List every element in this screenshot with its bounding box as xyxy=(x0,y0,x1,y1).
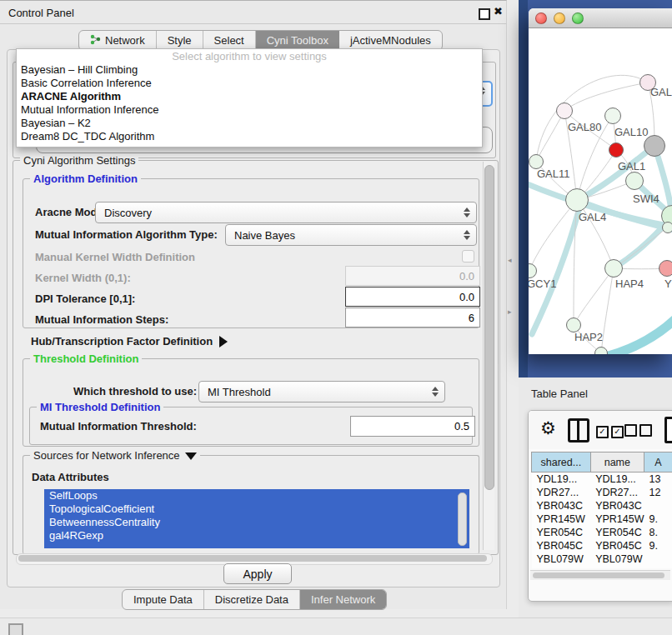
node-gal4[interactable] xyxy=(565,188,589,212)
tab-impute-data[interactable]: Impute Data xyxy=(123,590,204,609)
table-cell: 13 xyxy=(644,472,672,487)
gear-icon[interactable]: ⚙ xyxy=(540,418,556,438)
hub-definition-toggle[interactable]: Hub/Transcription Factor Definition xyxy=(31,335,228,348)
node-gal1[interactable] xyxy=(625,172,644,190)
kernel-width-value: 0.0 xyxy=(459,270,474,282)
control-panel-titlebar: Control Panel ✖ xyxy=(0,1,506,24)
tab-jactivemnodules[interactable]: jActiveMNodules xyxy=(339,31,442,50)
manual-kernel-checkbox[interactable] xyxy=(462,250,474,262)
settings-scrollbar[interactable] xyxy=(483,162,494,550)
splitter-grip[interactable]: ◂ xyxy=(508,257,513,263)
algorithm-option[interactable]: Bayesian – Hill Climbing xyxy=(17,63,482,77)
combo-spinner-icon xyxy=(429,387,440,397)
apply-button[interactable]: Apply xyxy=(223,563,292,584)
mi-steps-field[interactable]: 6 xyxy=(345,308,480,328)
mi-threshold-label: Mutual Information Threshold: xyxy=(40,420,197,432)
node-right-small[interactable] xyxy=(662,222,672,233)
table-cell: 8. xyxy=(644,526,672,539)
table-row[interactable]: YDL19...YDL19...13 xyxy=(532,472,672,487)
table-hscrollbar-thumb[interactable] xyxy=(533,572,664,578)
kernel-width-field[interactable]: 0.0 xyxy=(345,266,480,286)
table-panel: Table Panel ⚙ ✓✓ shared...nameA YDL19...… xyxy=(519,378,672,635)
mi-threshold-field[interactable]: 0.5 xyxy=(350,416,475,437)
node-label-gal: GAL xyxy=(650,86,672,98)
attributes-scrollbar-thumb[interactable] xyxy=(458,492,467,546)
node-salmon[interactable] xyxy=(659,260,672,277)
algorithm-dropdown-list: Bayesian – Hill ClimbingBasic Correlatio… xyxy=(17,63,482,143)
table-row[interactable]: YBR043CYBR043C xyxy=(532,499,672,512)
attribute-item[interactable]: SelfLoops xyxy=(44,489,469,502)
table-row[interactable]: YLR345WYLR345W9. xyxy=(532,566,672,568)
algorithm-option[interactable]: Basic Correlation Inference xyxy=(17,77,482,90)
table-row[interactable]: YBR045CYBR045C9. xyxy=(532,539,672,552)
attribute-item[interactable]: TopologicalCoefficient xyxy=(44,502,469,516)
mac-zoom-button[interactable] xyxy=(572,12,584,24)
tab-label: Cyni Toolbox xyxy=(267,34,328,47)
node-label-gal11: GAL11 xyxy=(537,168,570,180)
settings-hscrollbar-thumb[interactable] xyxy=(18,555,487,562)
kernel-width-label: Kernel Width (0,1): xyxy=(35,272,131,284)
node-label-y: Y xyxy=(664,278,672,290)
node-gal80[interactable] xyxy=(556,102,573,119)
table-cell: 9. xyxy=(644,512,672,526)
table-row[interactable]: YPR145WYPR145W9. xyxy=(532,512,672,526)
network-canvas[interactable]: GALGAL80GAL10GAL1GAL11SWI4GAL4GCY1HAP4YH… xyxy=(529,28,672,354)
mac-close-button[interactable] xyxy=(535,12,547,24)
column-header-A[interactable]: A xyxy=(644,452,672,472)
mi-type-combo[interactable]: Naive Bayes xyxy=(225,224,477,246)
which-threshold-value: MI Threshold xyxy=(199,386,429,398)
tab-label: Infer Network xyxy=(311,593,375,606)
table-scroll-area[interactable]: shared...nameA YDL19...YDL19...13YDR27..… xyxy=(531,452,672,568)
aracne-mode-combo[interactable]: Discovery xyxy=(95,202,477,223)
node-bottom[interactable] xyxy=(594,347,608,354)
close-icon[interactable]: ✖ xyxy=(494,5,503,18)
deselect-all-icon[interactable] xyxy=(624,424,654,439)
table-hscrollbar[interactable] xyxy=(530,570,670,580)
algorithm-option[interactable]: ARACNE Algorithm xyxy=(17,90,482,103)
cyni-bottom-tabs: Impute DataDiscretize DataInfer Network xyxy=(122,589,387,610)
table-cell: YDR27... xyxy=(532,486,591,499)
algorithm-option[interactable]: Mutual Information Inference xyxy=(17,103,482,117)
node-label-gal1: GAL1 xyxy=(618,160,645,172)
algorithm-dropdown-popup: Select algorithm to view settings Bayesi… xyxy=(16,48,483,148)
node-gal10[interactable] xyxy=(604,108,621,124)
tab-discretize-data[interactable]: Discretize Data xyxy=(204,590,300,609)
expand-right-icon xyxy=(219,336,228,348)
splitter-grip[interactable]: ▸ xyxy=(508,308,513,315)
which-threshold-combo[interactable]: MI Threshold xyxy=(198,381,445,402)
node-label-gal4: GAL4 xyxy=(579,211,606,223)
table-toolbar: ⚙ ✓✓ xyxy=(529,411,672,449)
algorithm-option[interactable]: Dream8 DC_TDC Algorithm xyxy=(17,130,482,143)
attribute-item[interactable]: BetweennessCentrality xyxy=(44,516,469,529)
table-row[interactable]: YDR27...YDR27...12 xyxy=(532,486,672,499)
table-cell: YER054C xyxy=(590,526,644,539)
network-view-window: GALGAL80GAL10GAL1GAL11SWI4GAL4GCY1HAP4YH… xyxy=(529,8,672,354)
mi-steps-value: 6 xyxy=(469,312,474,324)
table-row[interactable]: YBL079WYBL079W xyxy=(532,552,672,566)
float-window-icon[interactable] xyxy=(479,8,490,20)
node-red[interactable] xyxy=(609,142,624,158)
tab-network[interactable]: Network xyxy=(79,31,157,50)
threshold-definition-title: Threshold Definition xyxy=(30,352,142,365)
column-header-shared[interactable]: shared... xyxy=(532,452,591,472)
sources-group-title[interactable]: Sources for Network Inference xyxy=(30,449,200,462)
tab-style[interactable]: Style xyxy=(157,31,203,50)
algorithm-option[interactable]: Bayesian – K2 xyxy=(17,117,482,130)
columns-icon[interactable] xyxy=(568,418,589,442)
dpi-tolerance-field[interactable]: 0.0 xyxy=(345,287,480,307)
minimized-panel-icon[interactable] xyxy=(8,623,23,635)
network-window-titlebar[interactable] xyxy=(529,8,672,28)
node-hap4[interactable] xyxy=(604,259,623,278)
export-table-icon[interactable] xyxy=(664,417,672,443)
table-row[interactable]: YER054CYER054C8. xyxy=(532,526,672,539)
column-header-name[interactable]: name xyxy=(590,452,644,472)
tab-infer-network[interactable]: Infer Network xyxy=(300,590,386,609)
attribute-item[interactable]: gal4RGexp xyxy=(44,529,469,542)
tab-cyni-toolbox[interactable]: Cyni Toolbox xyxy=(256,31,339,50)
mac-minimize-button[interactable] xyxy=(554,12,565,24)
table-cell: YBL079W xyxy=(532,552,591,566)
settings-scrollbar-thumb[interactable] xyxy=(484,165,494,490)
select-all-icon[interactable]: ✓✓ xyxy=(596,424,626,438)
tab-label: Style xyxy=(168,34,192,47)
tab-select[interactable]: Select xyxy=(203,31,256,50)
